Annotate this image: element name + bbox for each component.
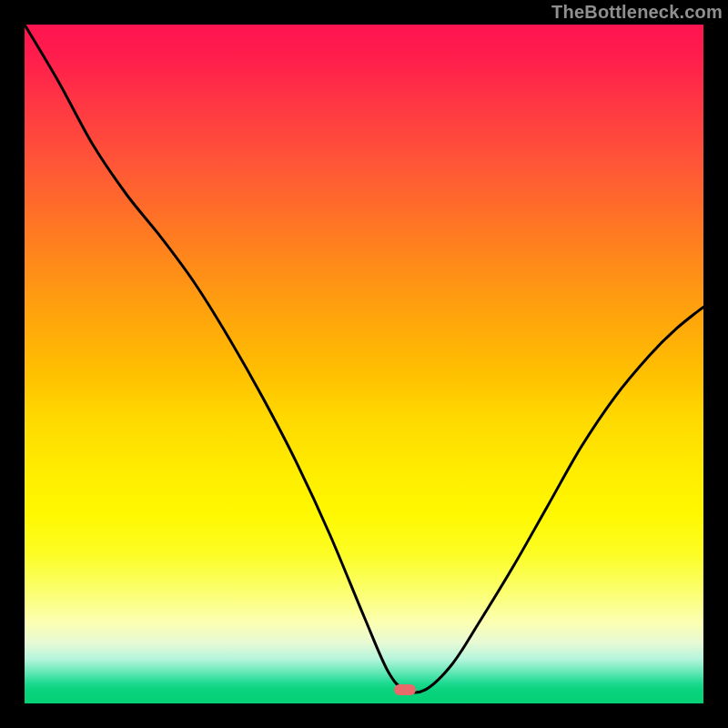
- bottleneck-curve: [25, 25, 703, 693]
- plot-area: [25, 25, 703, 703]
- optimum-marker: [394, 684, 416, 695]
- outer-frame: TheBottleneck.com: [0, 0, 728, 728]
- watermark-text: TheBottleneck.com: [551, 2, 723, 23]
- curve-layer: [25, 25, 703, 703]
